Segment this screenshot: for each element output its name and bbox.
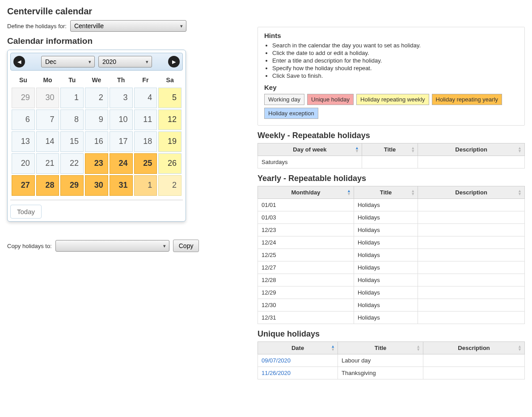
year-select[interactable]: 2020 xyxy=(98,56,152,67)
sort-desc-icon: ▼ xyxy=(331,348,335,351)
hints-title: Hints xyxy=(264,32,518,39)
calendar-day-cell[interactable]: 27 xyxy=(12,175,35,196)
copy-holidays-select[interactable] xyxy=(55,240,169,252)
yearly-col-desc[interactable]: Description ▲▼ xyxy=(418,186,525,199)
month-select[interactable]: Dec xyxy=(41,56,95,67)
prev-month-button[interactable]: ◀ xyxy=(13,56,25,67)
calendar-day-cell[interactable]: 22 xyxy=(60,153,84,174)
table-cell xyxy=(418,274,525,286)
calendar-day-cell[interactable]: 8 xyxy=(60,110,84,130)
calendar-day-cell[interactable]: 26 xyxy=(158,153,182,174)
calendar-day-cell[interactable]: 18 xyxy=(134,131,157,152)
table-row: 12/31Holidays xyxy=(258,312,525,324)
calendar-day-cell[interactable]: 13 xyxy=(12,131,35,152)
weekly-col-desc[interactable]: Description ▲▼ xyxy=(418,143,525,156)
unique-col-title[interactable]: Title ▲▼ xyxy=(338,342,423,354)
weekly-title: Weekly - Repeatable holidays xyxy=(258,131,525,140)
weekly-table: Day of week ▲▼ Title ▲▼ Description ▲▼ S… xyxy=(258,143,525,168)
calendar-section-title: Calendar information xyxy=(7,36,240,46)
calendar-day-cell[interactable]: 7 xyxy=(36,110,59,130)
yearly-col-monthday[interactable]: Month/day ▲▼ xyxy=(258,186,354,199)
table-cell: 11/26/2020 xyxy=(258,367,338,379)
calendar-day-cell[interactable]: 29 xyxy=(60,175,84,196)
calendar-day-cell[interactable]: 24 xyxy=(110,153,133,174)
calendar-day-cell[interactable]: 10 xyxy=(110,110,133,130)
key-unique-holiday: Unique holiday xyxy=(307,94,354,105)
table-cell: Holidays xyxy=(354,274,418,286)
calendar-dow-header: Mo xyxy=(36,74,59,86)
table-row: 12/30Holidays xyxy=(258,299,525,312)
table-cell xyxy=(418,199,525,211)
sort-desc-icon: ▼ xyxy=(518,193,522,196)
calendar-grid: SuMoTuWeThFrSa 2930123456789101112131415… xyxy=(10,72,183,197)
weekly-col-dow[interactable]: Day of week ▲▼ xyxy=(258,143,362,156)
table-row: 12/24Holidays xyxy=(258,236,525,249)
key-holiday-yearly: Holiday repeating yearly xyxy=(432,94,502,105)
table-row: 09/07/2020Labour day xyxy=(258,354,525,367)
weekly-col-title[interactable]: Title ▲▼ xyxy=(362,143,418,156)
today-button[interactable]: Today xyxy=(10,205,42,219)
calendar-day-cell[interactable]: 29 xyxy=(12,88,35,108)
copy-button[interactable]: Copy xyxy=(173,240,199,252)
table-cell: Holidays xyxy=(354,211,418,224)
holiday-date-link[interactable]: 11/26/2020 xyxy=(262,370,291,376)
holiday-date-link[interactable]: 09/07/2020 xyxy=(262,357,291,364)
sort-desc-icon: ▼ xyxy=(518,150,522,153)
table-cell: Holidays xyxy=(354,249,418,261)
calendar-day-cell[interactable]: 1 xyxy=(60,88,84,108)
calendar-day-cell[interactable]: 31 xyxy=(110,175,133,196)
calendar-day-cell[interactable]: 30 xyxy=(36,88,59,108)
key-holiday-weekly: Holiday repeating weekly xyxy=(356,94,429,105)
page-title: Centerville calendar xyxy=(7,6,240,17)
yearly-table: Month/day ▲▼ Title ▲▼ Description ▲▼ 01/… xyxy=(258,186,525,324)
calendar-day-cell[interactable]: 4 xyxy=(134,88,157,108)
table-cell: Holidays xyxy=(354,286,418,299)
table-cell xyxy=(418,224,525,236)
sort-desc-icon: ▼ xyxy=(347,193,351,196)
calendar-day-cell[interactable]: 17 xyxy=(110,131,133,152)
table-cell: 01/01 xyxy=(258,199,354,211)
calendar-day-cell[interactable]: 20 xyxy=(12,153,35,174)
calendar-day-cell[interactable]: 14 xyxy=(36,131,59,152)
calendar-day-cell[interactable]: 2 xyxy=(85,88,108,108)
next-month-button[interactable]: ▶ xyxy=(168,56,180,67)
table-cell: 01/03 xyxy=(258,211,354,224)
calendar-day-cell[interactable]: 6 xyxy=(12,110,35,130)
calendar-day-cell[interactable]: 28 xyxy=(36,175,59,196)
table-cell: Holidays xyxy=(354,236,418,249)
yearly-title: Yearly - Repeatable holidays xyxy=(258,174,525,183)
calendar-day-cell[interactable]: 21 xyxy=(36,153,59,174)
unique-col-desc[interactable]: Description ▲▼ xyxy=(423,342,525,354)
datepicker: ◀ Dec 2020 ▶ SuMoTuWeThFrSa xyxy=(7,50,186,222)
calendar-day-cell[interactable]: 23 xyxy=(85,153,108,174)
sort-desc-icon: ▼ xyxy=(518,348,522,351)
calendar-day-cell[interactable]: 16 xyxy=(85,131,108,152)
calendar-day-cell[interactable]: 9 xyxy=(85,110,108,130)
calendar-day-cell[interactable]: 3 xyxy=(110,88,133,108)
triangle-right-icon: ▶ xyxy=(172,59,176,65)
sort-desc-icon: ▼ xyxy=(411,193,415,196)
table-cell: 12/29 xyxy=(258,286,354,299)
calendar-dow-header: Su xyxy=(12,74,35,86)
key-working-day: Working day xyxy=(264,94,304,105)
table-cell: Holidays xyxy=(354,199,418,211)
calendar-day-cell[interactable]: 15 xyxy=(60,131,84,152)
define-holidays-select[interactable]: Centerville xyxy=(70,20,186,32)
unique-col-date[interactable]: Date ▲▼ xyxy=(258,342,338,354)
calendar-day-cell[interactable]: 19 xyxy=(158,131,182,152)
yearly-col-title[interactable]: Title ▲▼ xyxy=(354,186,418,199)
calendar-day-cell[interactable]: 2 xyxy=(158,175,182,196)
calendar-day-cell[interactable]: 12 xyxy=(158,110,182,130)
calendar-day-cell[interactable]: 11 xyxy=(134,110,157,130)
calendar-day-cell[interactable]: 5 xyxy=(158,88,182,108)
calendar-dow-header: Fr xyxy=(134,74,157,86)
calendar-day-cell[interactable]: 1 xyxy=(134,175,157,196)
table-cell xyxy=(418,156,525,168)
calendar-day-cell[interactable]: 25 xyxy=(134,153,157,174)
table-cell: 12/23 xyxy=(258,224,354,236)
sort-desc-icon: ▼ xyxy=(411,150,415,153)
table-cell xyxy=(418,261,525,274)
table-cell: 12/27 xyxy=(258,261,354,274)
calendar-day-cell[interactable]: 30 xyxy=(85,175,108,196)
table-cell: 12/31 xyxy=(258,312,354,324)
